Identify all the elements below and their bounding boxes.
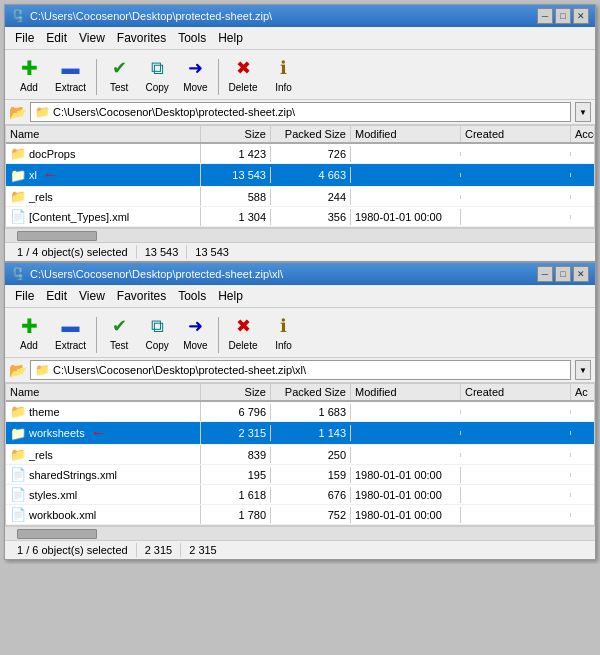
file-created-cell: [461, 513, 571, 517]
menu-item-file[interactable]: File: [9, 287, 40, 305]
status-selection: 1 / 4 object(s) selected: [9, 245, 137, 259]
column-header-size[interactable]: Size: [201, 384, 271, 400]
column-header-packed-size[interactable]: Packed Size: [271, 384, 351, 400]
table-row[interactable]: 📄workbook.xml1 7807521980-01-01 00:00: [6, 505, 594, 525]
column-header-size[interactable]: Size: [201, 126, 271, 142]
column-header-packed-size[interactable]: Packed Size: [271, 126, 351, 142]
file-packed-size-cell: 1 143: [271, 425, 351, 441]
window-title: C:\Users\Cocosenor\Desktop\protected-she…: [30, 10, 272, 22]
test-icon: ✔: [107, 56, 131, 80]
horizontal-scrollbar[interactable]: [5, 228, 595, 242]
toolbar-separator: [218, 59, 219, 95]
table-row[interactable]: 📁xl←13 5434 663: [6, 164, 594, 187]
file-modified-cell: [351, 453, 461, 457]
address-input[interactable]: 📁C:\Users\Cocosenor\Desktop\protected-sh…: [30, 102, 571, 122]
menu-item-favorites[interactable]: Favorites: [111, 287, 172, 305]
address-bar: 📂📁C:\Users\Cocosenor\Desktop\protected-s…: [5, 358, 595, 383]
address-dropdown-button[interactable]: ▼: [575, 360, 591, 380]
info-icon: ℹ: [271, 56, 295, 80]
test-label: Test: [110, 82, 128, 93]
file-access-cell: [571, 195, 595, 199]
table-row[interactable]: 📄[Content_Types].xml1 3043561980-01-01 0…: [6, 207, 594, 227]
move-label: Move: [183, 82, 207, 93]
column-header-created[interactable]: Created: [461, 384, 571, 400]
table-row[interactable]: 📁worksheets←2 3151 143: [6, 422, 594, 445]
menu-item-file[interactable]: File: [9, 29, 40, 47]
scroll-thumb[interactable]: [17, 529, 97, 539]
extract-button[interactable]: ▬Extract: [49, 312, 92, 353]
menu-item-help[interactable]: Help: [212, 287, 249, 305]
column-header-modified[interactable]: Modified: [351, 126, 461, 142]
file-created-cell: [461, 173, 571, 177]
delete-button[interactable]: ✖Delete: [223, 312, 264, 353]
menu-item-tools[interactable]: Tools: [172, 29, 212, 47]
copy-icon: ⧉: [145, 56, 169, 80]
column-header-modified[interactable]: Modified: [351, 384, 461, 400]
file-access-cell: [571, 453, 595, 457]
file-name-cell: 📁theme: [6, 402, 201, 421]
info-button[interactable]: ℹInfo: [265, 312, 301, 353]
test-button[interactable]: ✔Test: [101, 54, 137, 95]
folder-icon: 📁: [10, 168, 26, 183]
delete-button[interactable]: ✖Delete: [223, 54, 264, 95]
column-header-ac[interactable]: Ac: [571, 384, 595, 400]
maximize-button[interactable]: □: [555, 8, 571, 24]
add-button[interactable]: ✚Add: [11, 312, 47, 353]
maximize-button[interactable]: □: [555, 266, 571, 282]
address-input[interactable]: 📁C:\Users\Cocosenor\Desktop\protected-sh…: [30, 360, 571, 380]
column-header-name[interactable]: Name: [6, 126, 201, 142]
address-bar: 📂📁C:\Users\Cocosenor\Desktop\protected-s…: [5, 100, 595, 125]
menu-item-view[interactable]: View: [73, 29, 111, 47]
menu-bar: FileEditViewFavoritesToolsHelp: [5, 285, 595, 308]
file-name-cell: 📄styles.xml: [6, 485, 201, 504]
menu-item-help[interactable]: Help: [212, 29, 249, 47]
file-name: [Content_Types].xml: [29, 211, 129, 223]
file-packed-size-cell: 244: [271, 189, 351, 205]
table-row[interactable]: 📄styles.xml1 6186761980-01-01 00:00: [6, 485, 594, 505]
menu-item-favorites[interactable]: Favorites: [111, 29, 172, 47]
copy-button[interactable]: ⧉Copy: [139, 54, 175, 95]
test-button[interactable]: ✔Test: [101, 312, 137, 353]
menu-item-view[interactable]: View: [73, 287, 111, 305]
navigate-up-icon[interactable]: 📂: [9, 362, 26, 378]
table-row[interactable]: 📁_rels588244: [6, 187, 594, 207]
column-header-acces[interactable]: Acces: [571, 126, 595, 142]
info-button[interactable]: ℹInfo: [265, 54, 301, 95]
menu-item-edit[interactable]: Edit: [40, 287, 73, 305]
file-packed-size-cell: 250: [271, 447, 351, 463]
close-button[interactable]: ✕: [573, 266, 589, 282]
extract-button[interactable]: ▬Extract: [49, 54, 92, 95]
minimize-button[interactable]: ─: [537, 266, 553, 282]
table-row[interactable]: 📁theme6 7961 683: [6, 402, 594, 422]
copy-button[interactable]: ⧉Copy: [139, 312, 175, 353]
file-access-cell: [571, 410, 595, 414]
info-label: Info: [275, 82, 292, 93]
move-button[interactable]: ➜Move: [177, 312, 213, 353]
copy-icon: ⧉: [145, 314, 169, 338]
file-modified-cell: [351, 173, 461, 177]
address-dropdown-button[interactable]: ▼: [575, 102, 591, 122]
minimize-button[interactable]: ─: [537, 8, 553, 24]
close-button[interactable]: ✕: [573, 8, 589, 24]
move-button[interactable]: ➜Move: [177, 54, 213, 95]
scroll-thumb[interactable]: [17, 231, 97, 241]
column-header-name[interactable]: Name: [6, 384, 201, 400]
column-header-created[interactable]: Created: [461, 126, 571, 142]
navigate-up-icon[interactable]: 📂: [9, 104, 26, 120]
red-arrow-indicator: ←: [91, 424, 107, 442]
file-access-cell: [571, 215, 595, 219]
menu-item-edit[interactable]: Edit: [40, 29, 73, 47]
add-button[interactable]: ✚Add: [11, 54, 47, 95]
table-row[interactable]: 📄sharedStrings.xml1951591980-01-01 00:00: [6, 465, 594, 485]
file-name: workbook.xml: [29, 509, 96, 521]
horizontal-scrollbar[interactable]: [5, 526, 595, 540]
file-modified-cell: 1980-01-01 00:00: [351, 467, 461, 483]
menu-item-tools[interactable]: Tools: [172, 287, 212, 305]
title-bar-controls: ─□✕: [537, 266, 589, 282]
file-access-cell: [571, 152, 595, 156]
table-row[interactable]: 📁_rels839250: [6, 445, 594, 465]
folder-icon: 📁: [10, 189, 26, 204]
table-row[interactable]: 📁docProps1 423726: [6, 144, 594, 164]
file-size-cell: 1 618: [201, 487, 271, 503]
extract-label: Extract: [55, 340, 86, 351]
